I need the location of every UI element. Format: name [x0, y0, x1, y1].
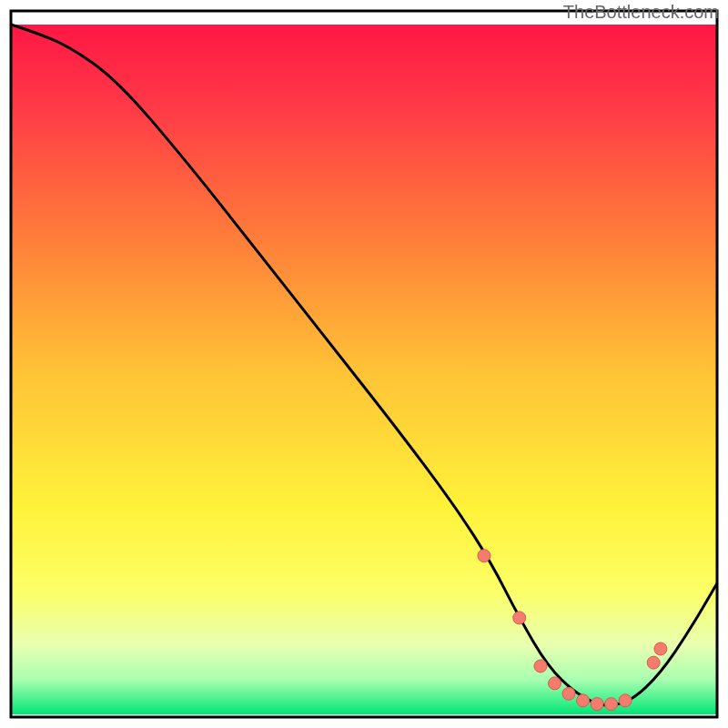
marker-dot	[513, 612, 526, 624]
marker-dot	[619, 694, 632, 707]
chart-container: TheBottleneck.com	[0, 0, 728, 728]
plot-background	[11, 25, 717, 714]
marker-dot	[577, 694, 590, 707]
watermark-text: TheBottleneck.com	[563, 2, 719, 23]
marker-dot	[534, 660, 547, 672]
marker-dot	[478, 550, 490, 562]
marker-dot	[591, 698, 603, 711]
marker-dot	[654, 642, 667, 655]
marker-dot	[647, 656, 660, 669]
bottleneck-chart	[0, 0, 728, 728]
marker-dot	[549, 677, 561, 690]
marker-dot	[605, 698, 618, 711]
marker-dot	[562, 687, 575, 700]
